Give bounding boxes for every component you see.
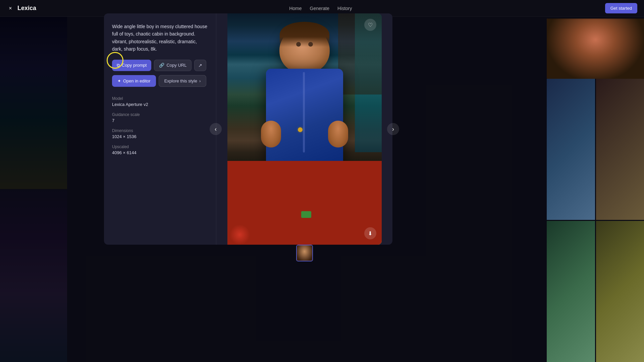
nav-generate[interactable]: Generate [310, 6, 329, 11]
thumbnail-strip [296, 245, 313, 261]
bg-thumb-toys1 [547, 79, 595, 220]
guidance-section: Guidance scale 7 [112, 112, 208, 123]
webcam-overlay [547, 18, 644, 79]
nav-home[interactable]: Home [289, 6, 302, 11]
explore-style-button[interactable]: Explore this style › [159, 75, 207, 87]
action-buttons-row2: ✦ Open in editor Explore this style › [112, 75, 208, 87]
dimensions-value: 1024 × 1536 [112, 134, 208, 139]
nav-history[interactable]: History [337, 6, 352, 11]
left-background-thumbs [0, 17, 67, 362]
external-link-button[interactable]: ↗ [194, 60, 206, 71]
dimensions-section: Dimensions 1024 × 1536 [112, 128, 208, 139]
prev-image-button[interactable]: ‹ [210, 123, 222, 135]
action-buttons-row1: ⧉ Copy prompt 🔗 Copy URL ↗ [112, 60, 208, 71]
bg-thumb-bunny1 [547, 221, 595, 362]
heart-icon: ♡ [368, 22, 373, 28]
link-icon: 🔗 [159, 63, 164, 68]
guidance-value: 7 [112, 118, 208, 123]
download-button[interactable]: ⬇ [364, 227, 376, 239]
bg-thumb-bunnies [0, 190, 67, 362]
model-value: Lexica Aperture v2 [112, 102, 208, 107]
copy-prompt-button[interactable]: ⧉ Copy prompt [112, 60, 151, 71]
arrow-left-icon: ‹ [215, 126, 217, 133]
copy-url-button[interactable]: 🔗 Copy URL [154, 60, 192, 71]
main-image: ♡ ⬇ [227, 13, 382, 245]
model-label: Model [112, 96, 208, 101]
copy-prompt-label: Copy prompt [122, 63, 147, 68]
upscaled-value: 4096 × 6144 [112, 150, 208, 155]
wand-icon: ✦ [117, 78, 121, 83]
model-section: Model Lexica Aperture v2 [112, 96, 208, 107]
image-detail-modal: Wide angle little boy in messy cluttered… [104, 13, 392, 245]
arrow-right-icon: › [392, 126, 394, 133]
app-logo: Lexica [17, 5, 36, 12]
explore-style-label: Explore this style [164, 78, 197, 83]
modal-left-panel: Wide angle little boy in messy cluttered… [104, 13, 216, 245]
copy-icon: ⧉ [117, 63, 120, 68]
bg-thumb-space [0, 17, 67, 189]
get-started-button[interactable]: Get started [605, 3, 637, 13]
upscaled-section: Upscaled 4096 × 6144 [112, 144, 208, 155]
copy-url-label: Copy URL [166, 63, 186, 68]
modal-right-panel: ‹ › [216, 13, 392, 245]
open-editor-button[interactable]: ✦ Open in editor [112, 75, 156, 87]
nav-links: Home Generate History [289, 6, 352, 11]
favorite-button[interactable]: ♡ [364, 19, 376, 31]
bg-thumb-room1 [596, 79, 644, 220]
download-icon: ⬇ [368, 230, 372, 237]
upscaled-label: Upscaled [112, 144, 208, 149]
open-editor-label: Open in editor [123, 78, 151, 83]
dimensions-label: Dimensions [112, 128, 208, 133]
prompt-text: Wide angle little boy in messy cluttered… [112, 23, 208, 53]
close-icon[interactable]: × [7, 5, 14, 12]
bg-thumb-figure1 [596, 221, 644, 362]
right-background-thumbs [547, 79, 644, 362]
external-icon: ↗ [198, 63, 202, 68]
guidance-label: Guidance scale [112, 112, 208, 117]
thumbnail-item[interactable] [296, 245, 313, 261]
next-image-button[interactable]: › [387, 123, 399, 135]
chevron-right-icon: › [199, 78, 201, 83]
